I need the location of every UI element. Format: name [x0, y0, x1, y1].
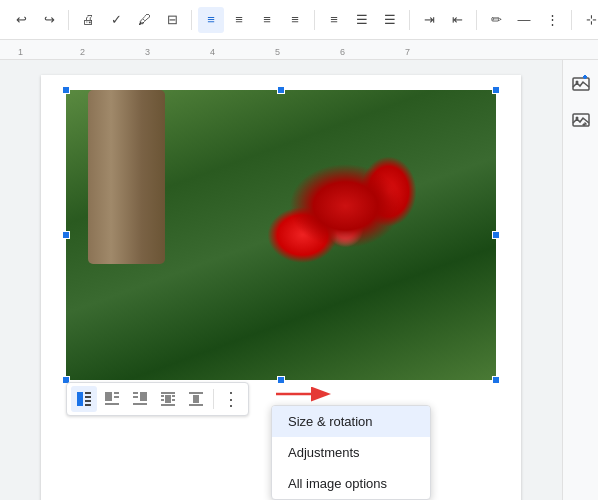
redo-icon[interactable]: ↪: [36, 7, 62, 33]
toolbar-divider-4: [409, 10, 410, 30]
undo-icon[interactable]: ↩: [8, 7, 34, 33]
tree-trunk: [88, 90, 165, 264]
ruler: 1 2 3 4 5 6 7: [0, 40, 598, 60]
toolbar-divider-3: [314, 10, 315, 30]
svg-rect-18: [161, 392, 175, 394]
svg-rect-8: [105, 403, 119, 405]
line-spacing-icon[interactable]: ≡: [321, 7, 347, 33]
dropdown-item-all-image-options[interactable]: All image options: [272, 468, 430, 499]
list-icon[interactable]: ☰: [349, 7, 375, 33]
ruler-num-4: 4: [210, 47, 215, 57]
document-page: ⋮ Size & rota: [41, 75, 521, 500]
ordered-list-icon[interactable]: ☰: [377, 7, 403, 33]
svg-rect-22: [189, 404, 203, 406]
ruler-num-6: 6: [340, 47, 345, 57]
ruler-num-2: 2: [80, 47, 85, 57]
svg-rect-15: [161, 399, 164, 401]
svg-point-26: [575, 81, 578, 84]
zoom-icon[interactable]: ⊟: [159, 7, 185, 33]
ruler-num-3: 3: [145, 47, 150, 57]
handle-bottom-mid[interactable]: [277, 376, 285, 384]
svg-rect-20: [193, 395, 199, 403]
ruler-marks: 1 2 3 4 5 6 7: [10, 40, 588, 59]
align-left-icon[interactable]: ≡: [198, 7, 224, 33]
outdent-icon[interactable]: ⇤: [444, 7, 470, 33]
wrap-inline-icon[interactable]: [71, 386, 97, 412]
handle-mid-left[interactable]: [62, 231, 70, 239]
img-toolbar-divider: [213, 389, 214, 409]
more-options-icon[interactable]: ⋮: [218, 386, 244, 412]
draw-icon[interactable]: ✏: [483, 7, 509, 33]
wrap-right-icon[interactable]: [127, 386, 153, 412]
handle-mid-right[interactable]: [492, 231, 500, 239]
svg-rect-16: [172, 395, 175, 397]
handle-top-mid[interactable]: [277, 86, 285, 94]
handle-top-left[interactable]: [62, 86, 70, 94]
wrap-left-icon[interactable]: [99, 386, 125, 412]
dropdown-item-size-rotation[interactable]: Size & rotation: [272, 406, 430, 437]
spellcheck-icon[interactable]: ✓: [103, 7, 129, 33]
crop-icon[interactable]: ⊹: [578, 7, 598, 33]
right-sidebar: [562, 60, 598, 500]
image-container[interactable]: ⋮ Size & rota: [66, 90, 496, 380]
document-image: [66, 90, 496, 380]
svg-rect-1: [85, 392, 91, 394]
align-center-icon[interactable]: ≡: [226, 7, 252, 33]
page-wrapper: ⋮ Size & rota: [0, 60, 562, 500]
svg-rect-11: [133, 396, 138, 398]
svg-rect-0: [77, 392, 83, 406]
handle-top-right[interactable]: [492, 86, 500, 94]
image-inline-toolbar: ⋮: [66, 382, 249, 416]
svg-rect-4: [85, 404, 91, 406]
svg-rect-6: [114, 392, 119, 394]
svg-rect-13: [165, 395, 171, 403]
svg-rect-10: [133, 392, 138, 394]
doc-area: ⋮ Size & rota: [0, 60, 598, 500]
toolbar-divider-1: [68, 10, 69, 30]
format-icon[interactable]: 🖊: [131, 7, 157, 33]
indent-icon[interactable]: ⇥: [416, 7, 442, 33]
flower-background: [66, 90, 496, 380]
dropdown-item-adjustments[interactable]: Adjustments: [272, 437, 430, 468]
svg-rect-14: [161, 395, 164, 397]
wrap-none-icon[interactable]: [183, 386, 209, 412]
line-icon[interactable]: —: [511, 7, 537, 33]
wrap-both-icon[interactable]: [155, 386, 181, 412]
svg-rect-3: [85, 400, 91, 402]
svg-rect-2: [85, 396, 91, 398]
print-icon[interactable]: 🖨: [75, 7, 101, 33]
toolbar-icon-group: ↩ ↪ 🖨 ✓ 🖊 ⊟ ≡ ≡ ≡ ≡ ≡ ☰ ☰ ⇥ ⇤ ✏ — ⋮ ⊹: [8, 7, 598, 33]
svg-rect-19: [161, 404, 175, 406]
align-justify-icon[interactable]: ≡: [282, 7, 308, 33]
svg-rect-9: [140, 392, 147, 401]
svg-rect-7: [114, 396, 119, 398]
handle-bottom-right[interactable]: [492, 376, 500, 384]
ruler-num-1: 1: [18, 47, 23, 57]
toolbar-divider-2: [191, 10, 192, 30]
sidebar-add-image-icon[interactable]: [567, 70, 595, 98]
ruler-num-5: 5: [275, 47, 280, 57]
svg-rect-21: [189, 392, 203, 394]
svg-rect-12: [133, 403, 147, 405]
svg-point-30: [575, 117, 578, 120]
svg-rect-17: [172, 399, 175, 401]
main-toolbar: ↩ ↪ 🖨 ✓ 🖊 ⊟ ≡ ≡ ≡ ≡ ≡ ☰ ☰ ⇥ ⇤ ✏ — ⋮ ⊹ Im…: [0, 0, 598, 40]
more-icon[interactable]: ⋮: [539, 7, 565, 33]
toolbar-divider-6: [571, 10, 572, 30]
ruler-num-7: 7: [405, 47, 410, 57]
toolbar-divider-5: [476, 10, 477, 30]
align-right-icon[interactable]: ≡: [254, 7, 280, 33]
sidebar-edit-image-icon[interactable]: [567, 106, 595, 134]
dropdown-menu: Size & rotation Adjustments All image op…: [271, 405, 431, 500]
svg-rect-5: [105, 392, 112, 401]
